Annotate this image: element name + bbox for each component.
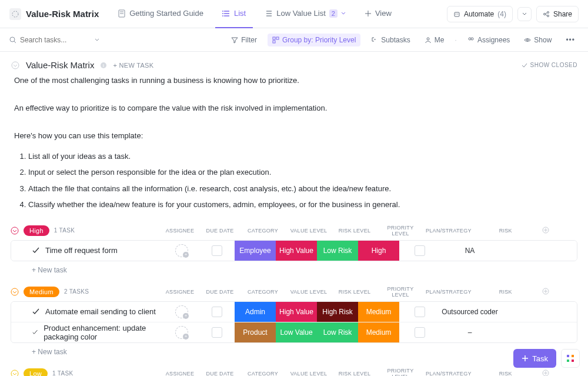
category-cell[interactable]: Admin (235, 302, 276, 322)
plan-attach[interactable] (415, 307, 425, 317)
svg-point-39 (11, 288, 18, 295)
category-cell[interactable]: Product (235, 322, 276, 342)
group-by-button[interactable]: Group by: Priority Level (268, 34, 360, 46)
task-name: Product enhancement: update packaging co… (44, 324, 164, 341)
col-plan: PLAN/STRATEGY (426, 371, 472, 376)
priority-cell[interactable]: Medium (358, 322, 399, 342)
new-task-link[interactable]: + NEW TASK (113, 62, 153, 69)
add-task-button[interactable]: + New task (11, 261, 577, 274)
svg-point-29 (469, 38, 471, 40)
group-low: Low 1 TASK ASSIGNEE DUE DATE CATEGORY VA… (11, 364, 577, 376)
value-level-cell[interactable]: Low Value (276, 322, 317, 342)
task-name: Automate email sending to client (45, 307, 156, 316)
content-area: Value-Risk Matrix i + NEW TASK SHOW CLOS… (0, 52, 588, 376)
tab-low-value-list[interactable]: Low Value List 2 (258, 0, 353, 28)
priority-badge[interactable]: Medium (24, 287, 59, 297)
add-task-button[interactable]: + New task (11, 343, 577, 356)
due-date-add[interactable] (212, 307, 222, 317)
apps-icon (566, 354, 574, 362)
plan-attach[interactable] (415, 327, 425, 338)
automate-dropdown[interactable] (517, 7, 532, 21)
risk-text[interactable]: NA (440, 247, 499, 255)
person-icon (425, 36, 432, 44)
task-count: 1 TASK (52, 370, 73, 376)
collapse-icon[interactable] (11, 288, 19, 296)
group-medium: Medium 2 TASKS ASSIGNEE DUE DATE CATEGOR… (11, 282, 577, 356)
check-icon[interactable] (32, 308, 39, 315)
info-icon[interactable]: i (100, 62, 107, 69)
svg-point-17 (457, 14, 459, 15)
collapse-icon[interactable] (11, 370, 19, 376)
page-title: Value-Risk Matrix (26, 9, 99, 19)
task-name: Time off request form (45, 246, 118, 255)
col-priority-level: PRIORITY LEVEL (380, 225, 421, 237)
assignee-add[interactable] (175, 326, 188, 339)
subtasks-icon (371, 36, 378, 44)
new-task-fab[interactable]: Task (513, 349, 556, 368)
tab-label: View (375, 9, 392, 18)
toolbar: Filter Group by: Priority Level Subtasks… (0, 28, 588, 52)
fab-bar: Task (513, 349, 580, 368)
due-date-add[interactable] (212, 327, 222, 338)
priority-badge[interactable]: Low (24, 368, 48, 376)
tab-add-view[interactable]: View (358, 0, 399, 28)
chevron-down-icon[interactable] (11, 61, 20, 70)
check-icon[interactable] (32, 329, 38, 336)
risk-text[interactable]: Outsourced coder (440, 308, 499, 316)
me-button[interactable]: Me (421, 34, 448, 46)
due-date-add[interactable] (212, 245, 222, 256)
tab-badge: 2 (329, 9, 338, 18)
svg-point-32 (12, 62, 19, 69)
category-cell[interactable]: Employee (235, 241, 276, 261)
col-value-level: VALUE LEVEL (288, 371, 329, 376)
step-item: Attach the file that contains all the in… (28, 181, 574, 197)
svg-line-24 (14, 41, 16, 43)
add-column-button[interactable] (540, 288, 552, 296)
priority-cell[interactable]: Medium (358, 302, 399, 322)
task-rows: Time off request form Employee High Valu… (11, 240, 577, 261)
col-category: CATEGORY (242, 371, 283, 376)
col-assignee: ASSIGNEE (162, 289, 198, 295)
subtasks-button[interactable]: Subtasks (368, 34, 413, 46)
risk-level-cell[interactable]: Low Risk (317, 241, 358, 261)
risk-level-cell[interactable]: High Risk (317, 302, 358, 322)
task-row[interactable]: Automate email sending to client Admin H… (11, 302, 577, 322)
search-box[interactable] (9, 36, 100, 44)
add-column-button[interactable] (540, 227, 552, 235)
value-level-cell[interactable]: High Value (276, 302, 317, 322)
svg-point-19 (547, 11, 549, 13)
group-header: Medium 2 TASKS ASSIGNEE DUE DATE CATEGOR… (11, 282, 577, 301)
svg-rect-49 (567, 355, 569, 357)
priority-badge[interactable]: High (24, 225, 49, 236)
risk-level-cell[interactable]: Low Risk (317, 322, 358, 342)
task-row[interactable]: Product enhancement: update packaging co… (11, 322, 577, 342)
priority-cell[interactable]: High (358, 241, 399, 261)
apps-fab[interactable] (561, 349, 580, 368)
plus-circle-icon (542, 288, 549, 295)
task-count: 1 TASK (54, 227, 75, 234)
show-closed-toggle[interactable]: SHOW CLOSED (522, 62, 577, 68)
task-row[interactable]: Time off request form Employee High Valu… (11, 241, 577, 261)
col-due-date: DUE DATE (202, 289, 238, 295)
group-icon (272, 36, 279, 44)
more-menu[interactable]: ••• (562, 34, 579, 46)
filter-button[interactable]: Filter (228, 34, 260, 46)
check-icon[interactable] (32, 247, 39, 254)
tab-list[interactable]: List (215, 0, 253, 28)
add-column-button[interactable] (540, 370, 552, 376)
value-level-cell[interactable]: High Value (276, 241, 317, 261)
share-button[interactable]: Share (536, 6, 579, 22)
tab-getting-started[interactable]: Getting Started Guide (111, 0, 211, 28)
assignees-button[interactable]: Assignees (464, 34, 513, 46)
assignee-add[interactable] (175, 305, 188, 318)
automate-button[interactable]: Automate (4) (447, 6, 513, 22)
chevron-down-icon[interactable] (94, 37, 100, 43)
group-header: Low 1 TASK ASSIGNEE DUE DATE CATEGORY VA… (11, 364, 577, 376)
collapse-icon[interactable] (11, 227, 19, 235)
show-button[interactable]: Show (520, 34, 555, 46)
search-input[interactable] (20, 36, 91, 44)
plan-attach[interactable] (415, 245, 425, 256)
risk-text[interactable]: – (440, 328, 499, 337)
assignee-add[interactable] (175, 244, 188, 257)
svg-line-22 (545, 14, 547, 15)
